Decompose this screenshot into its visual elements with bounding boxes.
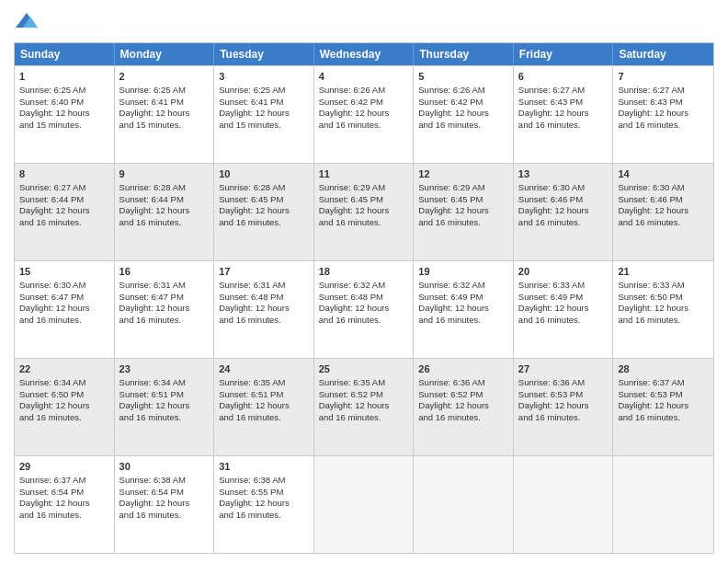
calendar-cell: 7Sunrise: 6:27 AMSunset: 6:43 PMDaylight… <box>613 66 713 163</box>
daylight-label: Daylight: 12 hours <box>219 498 290 508</box>
sunset-label: Sunset: 6:48 PM <box>319 292 383 302</box>
day-number: 2 <box>119 70 210 84</box>
daylight-minutes: and 16 minutes. <box>518 315 581 325</box>
daylight-label: Daylight: 12 hours <box>119 205 190 215</box>
sunrise-label: Sunrise: 6:33 AM <box>518 280 585 290</box>
sunset-label: Sunset: 6:47 PM <box>19 292 84 302</box>
daylight-minutes: and 16 minutes. <box>19 510 82 520</box>
daylight-label: Daylight: 12 hours <box>219 303 290 313</box>
sunrise-label: Sunrise: 6:27 AM <box>19 182 85 192</box>
daylight-label: Daylight: 12 hours <box>19 400 90 410</box>
sunrise-label: Sunrise: 6:35 AM <box>319 377 385 387</box>
calendar-cell <box>314 456 415 553</box>
calendar-header-cell: Tuesday <box>214 43 314 65</box>
daylight-label: Daylight: 12 hours <box>618 205 688 215</box>
logo <box>14 9 43 35</box>
daylight-label: Daylight: 12 hours <box>418 303 489 313</box>
sunrise-label: Sunrise: 6:32 AM <box>319 280 385 290</box>
daylight-label: Daylight: 12 hours <box>219 108 290 118</box>
sunset-label: Sunset: 6:55 PM <box>219 487 283 497</box>
daylight-minutes: and 16 minutes. <box>19 412 82 422</box>
sunset-label: Sunset: 6:52 PM <box>418 389 483 399</box>
calendar-cell: 6Sunrise: 6:27 AMSunset: 6:43 PMDaylight… <box>514 66 614 163</box>
calendar-cell: 30Sunrise: 6:38 AMSunset: 6:54 PMDayligh… <box>115 456 215 553</box>
day-number: 7 <box>618 70 709 84</box>
sunset-label: Sunset: 6:51 PM <box>119 389 184 399</box>
sunset-label: Sunset: 6:45 PM <box>219 194 283 204</box>
sunrise-label: Sunrise: 6:36 AM <box>418 377 484 387</box>
day-number: 30 <box>119 460 210 474</box>
calendar-cell: 28Sunrise: 6:37 AMSunset: 6:53 PMDayligh… <box>613 359 713 455</box>
daylight-minutes: and 16 minutes. <box>219 217 281 227</box>
daylight-label: Daylight: 12 hours <box>119 108 190 118</box>
sunrise-label: Sunrise: 6:27 AM <box>618 85 684 95</box>
daylight-label: Daylight: 12 hours <box>518 400 589 410</box>
sunset-label: Sunset: 6:48 PM <box>219 292 283 302</box>
daylight-minutes: and 16 minutes. <box>219 315 281 325</box>
calendar-cell: 3Sunrise: 6:25 AMSunset: 6:41 PMDaylight… <box>214 66 314 163</box>
day-number: 10 <box>219 167 309 181</box>
day-number: 28 <box>618 362 709 376</box>
sunset-label: Sunset: 6:53 PM <box>518 389 583 399</box>
day-number: 12 <box>418 167 508 181</box>
daylight-minutes: and 16 minutes. <box>518 412 581 422</box>
day-number: 25 <box>319 362 409 376</box>
calendar-cell: 9Sunrise: 6:28 AMSunset: 6:44 PMDaylight… <box>115 164 215 260</box>
sunrise-label: Sunrise: 6:28 AM <box>119 182 186 192</box>
day-number: 17 <box>219 265 309 279</box>
calendar-row: 1Sunrise: 6:25 AMSunset: 6:40 PMDaylight… <box>15 65 713 163</box>
daylight-label: Daylight: 12 hours <box>319 108 390 118</box>
day-number: 18 <box>319 265 409 279</box>
sunrise-label: Sunrise: 6:31 AM <box>219 280 285 290</box>
day-number: 4 <box>319 70 409 84</box>
page: SundayMondayTuesdayWednesdayThursdayFrid… <box>0 0 728 563</box>
calendar-cell <box>613 456 713 553</box>
sunset-label: Sunset: 6:43 PM <box>518 97 583 107</box>
day-number: 5 <box>418 70 508 84</box>
sunrise-label: Sunrise: 6:38 AM <box>119 475 186 485</box>
sunrise-label: Sunrise: 6:32 AM <box>418 280 484 290</box>
day-number: 16 <box>119 265 210 279</box>
calendar-cell: 25Sunrise: 6:35 AMSunset: 6:52 PMDayligh… <box>314 359 415 455</box>
calendar-header-cell: Monday <box>115 43 215 65</box>
calendar-row: 15Sunrise: 6:30 AMSunset: 6:47 PMDayligh… <box>15 260 713 358</box>
daylight-minutes: and 16 minutes. <box>618 217 680 227</box>
calendar-body: 1Sunrise: 6:25 AMSunset: 6:40 PMDaylight… <box>15 65 713 553</box>
sunrise-label: Sunrise: 6:27 AM <box>518 85 585 95</box>
calendar-cell: 27Sunrise: 6:36 AMSunset: 6:53 PMDayligh… <box>514 359 614 455</box>
calendar: SundayMondayTuesdayWednesdayThursdayFrid… <box>14 42 714 554</box>
calendar-cell: 16Sunrise: 6:31 AMSunset: 6:47 PMDayligh… <box>115 261 215 358</box>
day-number: 21 <box>618 265 709 279</box>
daylight-minutes: and 16 minutes. <box>618 120 680 130</box>
daylight-minutes: and 16 minutes. <box>418 217 481 227</box>
sunset-label: Sunset: 6:49 PM <box>518 292 583 302</box>
sunrise-label: Sunrise: 6:38 AM <box>219 475 285 485</box>
calendar-header-cell: Sunday <box>15 43 115 65</box>
sunset-label: Sunset: 6:40 PM <box>19 97 84 107</box>
sunset-label: Sunset: 6:50 PM <box>618 292 682 302</box>
calendar-cell: 4Sunrise: 6:26 AMSunset: 6:42 PMDaylight… <box>314 66 415 163</box>
sunset-label: Sunset: 6:54 PM <box>119 487 184 497</box>
calendar-cell: 31Sunrise: 6:38 AMSunset: 6:55 PMDayligh… <box>214 456 314 553</box>
calendar-row: 22Sunrise: 6:34 AMSunset: 6:50 PMDayligh… <box>15 358 713 455</box>
daylight-minutes: and 16 minutes. <box>119 412 182 422</box>
daylight-label: Daylight: 12 hours <box>219 400 290 410</box>
calendar-cell: 29Sunrise: 6:37 AMSunset: 6:54 PMDayligh… <box>15 456 115 553</box>
calendar-header-cell: Saturday <box>613 43 713 65</box>
daylight-minutes: and 16 minutes. <box>418 315 481 325</box>
day-number: 11 <box>319 167 409 181</box>
sunset-label: Sunset: 6:41 PM <box>219 97 283 107</box>
daylight-label: Daylight: 12 hours <box>19 303 90 313</box>
day-number: 20 <box>518 265 609 279</box>
sunrise-label: Sunrise: 6:30 AM <box>618 182 684 192</box>
sunrise-label: Sunrise: 6:34 AM <box>19 377 85 387</box>
day-number: 13 <box>518 167 609 181</box>
sunset-label: Sunset: 6:47 PM <box>119 292 184 302</box>
daylight-label: Daylight: 12 hours <box>618 400 688 410</box>
sunset-label: Sunset: 6:42 PM <box>418 97 483 107</box>
daylight-label: Daylight: 12 hours <box>518 303 589 313</box>
daylight-label: Daylight: 12 hours <box>319 205 390 215</box>
daylight-minutes: and 16 minutes. <box>119 315 182 325</box>
calendar-row: 29Sunrise: 6:37 AMSunset: 6:54 PMDayligh… <box>15 455 713 553</box>
daylight-minutes: and 15 minutes. <box>119 120 182 130</box>
